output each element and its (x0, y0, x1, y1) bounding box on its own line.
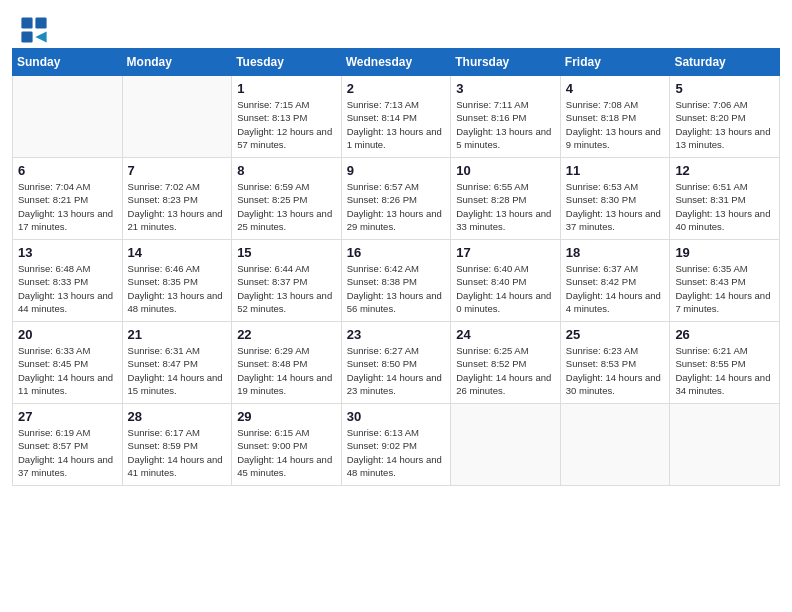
day-info: Sunrise: 7:02 AM Sunset: 8:23 PM Dayligh… (128, 180, 227, 233)
day-number: 18 (566, 245, 665, 260)
calendar-cell: 19Sunrise: 6:35 AM Sunset: 8:43 PM Dayli… (670, 240, 780, 322)
calendar-week-row: 13Sunrise: 6:48 AM Sunset: 8:33 PM Dayli… (13, 240, 780, 322)
day-info: Sunrise: 6:17 AM Sunset: 8:59 PM Dayligh… (128, 426, 227, 479)
day-info: Sunrise: 7:13 AM Sunset: 8:14 PM Dayligh… (347, 98, 446, 151)
calendar-cell (13, 76, 123, 158)
day-info: Sunrise: 6:57 AM Sunset: 8:26 PM Dayligh… (347, 180, 446, 233)
day-number: 17 (456, 245, 555, 260)
day-number: 1 (237, 81, 336, 96)
day-info: Sunrise: 6:27 AM Sunset: 8:50 PM Dayligh… (347, 344, 446, 397)
calendar-week-row: 27Sunrise: 6:19 AM Sunset: 8:57 PM Dayli… (13, 404, 780, 486)
day-info: Sunrise: 6:21 AM Sunset: 8:55 PM Dayligh… (675, 344, 774, 397)
day-info: Sunrise: 6:19 AM Sunset: 8:57 PM Dayligh… (18, 426, 117, 479)
day-info: Sunrise: 7:06 AM Sunset: 8:20 PM Dayligh… (675, 98, 774, 151)
day-info: Sunrise: 7:04 AM Sunset: 8:21 PM Dayligh… (18, 180, 117, 233)
day-info: Sunrise: 6:31 AM Sunset: 8:47 PM Dayligh… (128, 344, 227, 397)
day-number: 7 (128, 163, 227, 178)
day-number: 13 (18, 245, 117, 260)
day-number: 28 (128, 409, 227, 424)
calendar-cell: 14Sunrise: 6:46 AM Sunset: 8:35 PM Dayli… (122, 240, 232, 322)
day-number: 19 (675, 245, 774, 260)
calendar-cell: 17Sunrise: 6:40 AM Sunset: 8:40 PM Dayli… (451, 240, 561, 322)
day-number: 2 (347, 81, 446, 96)
day-number: 11 (566, 163, 665, 178)
day-number: 6 (18, 163, 117, 178)
day-number: 27 (18, 409, 117, 424)
logo-icon (20, 16, 48, 44)
calendar-cell: 5Sunrise: 7:06 AM Sunset: 8:20 PM Daylig… (670, 76, 780, 158)
day-info: Sunrise: 6:46 AM Sunset: 8:35 PM Dayligh… (128, 262, 227, 315)
calendar-cell: 26Sunrise: 6:21 AM Sunset: 8:55 PM Dayli… (670, 322, 780, 404)
calendar-cell: 10Sunrise: 6:55 AM Sunset: 8:28 PM Dayli… (451, 158, 561, 240)
day-number: 15 (237, 245, 336, 260)
calendar-week-row: 6Sunrise: 7:04 AM Sunset: 8:21 PM Daylig… (13, 158, 780, 240)
day-number: 5 (675, 81, 774, 96)
day-info: Sunrise: 6:37 AM Sunset: 8:42 PM Dayligh… (566, 262, 665, 315)
calendar-table: SundayMondayTuesdayWednesdayThursdayFrid… (12, 48, 780, 486)
day-of-week-friday: Friday (560, 49, 670, 76)
day-of-week-sunday: Sunday (13, 49, 123, 76)
day-info: Sunrise: 6:35 AM Sunset: 8:43 PM Dayligh… (675, 262, 774, 315)
calendar-cell: 11Sunrise: 6:53 AM Sunset: 8:30 PM Dayli… (560, 158, 670, 240)
day-info: Sunrise: 6:13 AM Sunset: 9:02 PM Dayligh… (347, 426, 446, 479)
calendar-cell: 20Sunrise: 6:33 AM Sunset: 8:45 PM Dayli… (13, 322, 123, 404)
calendar-cell: 3Sunrise: 7:11 AM Sunset: 8:16 PM Daylig… (451, 76, 561, 158)
day-number: 14 (128, 245, 227, 260)
svg-rect-0 (21, 17, 32, 28)
day-number: 12 (675, 163, 774, 178)
day-number: 16 (347, 245, 446, 260)
calendar-cell: 12Sunrise: 6:51 AM Sunset: 8:31 PM Dayli… (670, 158, 780, 240)
calendar-week-row: 1Sunrise: 7:15 AM Sunset: 8:13 PM Daylig… (13, 76, 780, 158)
day-info: Sunrise: 6:25 AM Sunset: 8:52 PM Dayligh… (456, 344, 555, 397)
calendar-cell: 29Sunrise: 6:15 AM Sunset: 9:00 PM Dayli… (232, 404, 342, 486)
calendar-cell: 6Sunrise: 7:04 AM Sunset: 8:21 PM Daylig… (13, 158, 123, 240)
calendar-cell (451, 404, 561, 486)
day-of-week-saturday: Saturday (670, 49, 780, 76)
day-info: Sunrise: 7:08 AM Sunset: 8:18 PM Dayligh… (566, 98, 665, 151)
calendar-cell: 1Sunrise: 7:15 AM Sunset: 8:13 PM Daylig… (232, 76, 342, 158)
day-info: Sunrise: 6:40 AM Sunset: 8:40 PM Dayligh… (456, 262, 555, 315)
day-info: Sunrise: 6:53 AM Sunset: 8:30 PM Dayligh… (566, 180, 665, 233)
day-number: 21 (128, 327, 227, 342)
day-info: Sunrise: 6:51 AM Sunset: 8:31 PM Dayligh… (675, 180, 774, 233)
calendar-week-row: 20Sunrise: 6:33 AM Sunset: 8:45 PM Dayli… (13, 322, 780, 404)
svg-marker-3 (35, 31, 46, 42)
day-number: 22 (237, 327, 336, 342)
day-number: 26 (675, 327, 774, 342)
logo (20, 16, 50, 44)
calendar-cell: 27Sunrise: 6:19 AM Sunset: 8:57 PM Dayli… (13, 404, 123, 486)
day-number: 29 (237, 409, 336, 424)
page-header (0, 0, 792, 48)
calendar-cell: 21Sunrise: 6:31 AM Sunset: 8:47 PM Dayli… (122, 322, 232, 404)
calendar-cell: 23Sunrise: 6:27 AM Sunset: 8:50 PM Dayli… (341, 322, 451, 404)
calendar-cell: 25Sunrise: 6:23 AM Sunset: 8:53 PM Dayli… (560, 322, 670, 404)
calendar-cell: 7Sunrise: 7:02 AM Sunset: 8:23 PM Daylig… (122, 158, 232, 240)
day-info: Sunrise: 6:55 AM Sunset: 8:28 PM Dayligh… (456, 180, 555, 233)
day-of-week-tuesday: Tuesday (232, 49, 342, 76)
day-info: Sunrise: 6:44 AM Sunset: 8:37 PM Dayligh… (237, 262, 336, 315)
day-info: Sunrise: 6:59 AM Sunset: 8:25 PM Dayligh… (237, 180, 336, 233)
day-number: 24 (456, 327, 555, 342)
calendar-cell (122, 76, 232, 158)
day-of-week-thursday: Thursday (451, 49, 561, 76)
day-info: Sunrise: 6:33 AM Sunset: 8:45 PM Dayligh… (18, 344, 117, 397)
day-number: 3 (456, 81, 555, 96)
day-number: 9 (347, 163, 446, 178)
calendar-header-row: SundayMondayTuesdayWednesdayThursdayFrid… (13, 49, 780, 76)
calendar-cell: 16Sunrise: 6:42 AM Sunset: 8:38 PM Dayli… (341, 240, 451, 322)
calendar-cell: 18Sunrise: 6:37 AM Sunset: 8:42 PM Dayli… (560, 240, 670, 322)
calendar-cell: 22Sunrise: 6:29 AM Sunset: 8:48 PM Dayli… (232, 322, 342, 404)
svg-rect-1 (35, 17, 46, 28)
day-info: Sunrise: 6:48 AM Sunset: 8:33 PM Dayligh… (18, 262, 117, 315)
calendar-cell: 4Sunrise: 7:08 AM Sunset: 8:18 PM Daylig… (560, 76, 670, 158)
day-info: Sunrise: 7:15 AM Sunset: 8:13 PM Dayligh… (237, 98, 336, 151)
day-info: Sunrise: 6:42 AM Sunset: 8:38 PM Dayligh… (347, 262, 446, 315)
calendar-cell: 28Sunrise: 6:17 AM Sunset: 8:59 PM Dayli… (122, 404, 232, 486)
day-number: 30 (347, 409, 446, 424)
day-number: 8 (237, 163, 336, 178)
calendar-cell: 9Sunrise: 6:57 AM Sunset: 8:26 PM Daylig… (341, 158, 451, 240)
day-info: Sunrise: 6:15 AM Sunset: 9:00 PM Dayligh… (237, 426, 336, 479)
day-of-week-wednesday: Wednesday (341, 49, 451, 76)
calendar-cell: 8Sunrise: 6:59 AM Sunset: 8:25 PM Daylig… (232, 158, 342, 240)
calendar-cell: 13Sunrise: 6:48 AM Sunset: 8:33 PM Dayli… (13, 240, 123, 322)
